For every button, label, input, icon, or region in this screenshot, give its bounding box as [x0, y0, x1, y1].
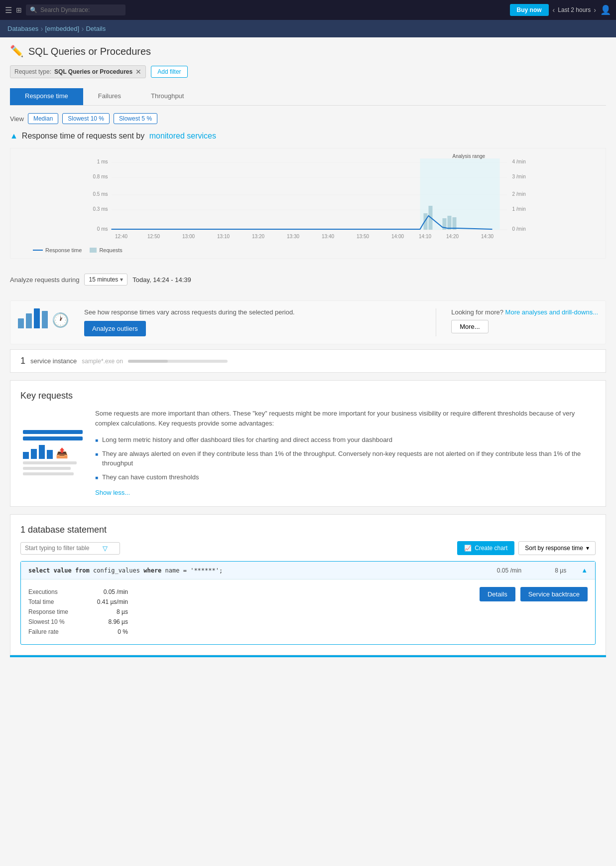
chart-legend: Response time Requests — [33, 247, 601, 253]
key-requests-text: Some requests are more important than ot… — [95, 409, 596, 496]
metric-response-time: Response time 8 µs — [28, 607, 128, 617]
sql-row: select value from config_values where na… — [20, 561, 596, 645]
sort-dropdown-icon: ▾ — [586, 545, 589, 552]
expand-icon[interactable]: ▲ — [581, 567, 588, 574]
toggle-slowest-5[interactable]: Slowest 5 % — [114, 113, 157, 124]
more-button[interactable]: More... — [451, 320, 488, 333]
buy-now-button[interactable]: Buy now — [510, 4, 549, 16]
svg-text:1 ms: 1 ms — [97, 159, 108, 164]
page-icon: ✏️ — [10, 45, 23, 58]
tab-throughput[interactable]: Throughput — [136, 88, 199, 105]
tab-failures[interactable]: Failures — [83, 88, 136, 105]
svg-text:1 /min: 1 /min — [512, 206, 526, 212]
breadcrumb-chevron-2: › — [81, 24, 84, 33]
svg-text:13:00: 13:00 — [182, 234, 195, 239]
svg-text:4 /min: 4 /min — [512, 159, 526, 164]
svg-text:14:10: 14:10 — [419, 234, 431, 239]
outlier-text: See how response times vary across reque… — [84, 308, 421, 336]
more-section: Looking for more? More analyses and dril… — [451, 308, 598, 333]
db-header: 1 database statement — [20, 525, 596, 535]
analyze-bar: Analyze requests during 15 minutes ▾ Tod… — [10, 269, 606, 290]
key-requests-bullets: Long term metric history and offer dashb… — [95, 433, 596, 484]
more-text: Looking for more? More analyses and dril… — [451, 308, 598, 316]
collapse-icon[interactable]: ▲ — [10, 132, 18, 141]
outlier-chart-icon: 🕐 — [18, 308, 69, 328]
main-content: ✏️ SQL Queries or Procedures Request typ… — [0, 37, 616, 665]
svg-text:Analysis range: Analysis range — [453, 153, 486, 159]
page-header: ✏️ SQL Queries or Procedures — [10, 45, 606, 58]
toggle-median[interactable]: Median — [28, 113, 58, 124]
time-range-label: Last 2 hours — [558, 6, 591, 13]
chart-svg: 1 ms 0.8 ms 0.5 ms 0.3 ms 0 ms 4 /min 3 … — [15, 153, 601, 243]
key-requests-bullet-3: They can have custom thresholds — [95, 470, 596, 484]
search-input[interactable] — [40, 6, 110, 13]
chart-container: 1 ms 0.8 ms 0.5 ms 0.3 ms 0 ms 4 /min 3 … — [10, 148, 606, 259]
filter-value: SQL Queries or Procedures — [54, 68, 132, 75]
svg-text:0 ms: 0 ms — [97, 226, 108, 232]
metric-executions: Executions 0.05 /min — [28, 587, 128, 597]
db-toolbar: ▽ 📈 Create chart Sort by response time ▾ — [20, 541, 596, 555]
breadcrumb: Databases › [embedded] › Details — [0, 20, 616, 37]
search-box[interactable]: 🔍 — [26, 4, 125, 15]
svg-text:13:30: 13:30 — [287, 234, 299, 239]
svg-text:3 /min: 3 /min — [512, 174, 526, 179]
svg-text:12:40: 12:40 — [115, 234, 127, 239]
time-range: ‹ Last 2 hours › — [553, 6, 596, 14]
svg-text:13:10: 13:10 — [217, 234, 230, 239]
key-requests-content: 📤 Some requests are more important than … — [20, 409, 596, 496]
key-requests-icon: 📤 — [20, 409, 85, 496]
toggle-slowest-10[interactable]: Slowest 10 % — [62, 113, 110, 124]
svg-text:14:00: 14:00 — [391, 234, 404, 239]
sql-row-header[interactable]: select value from config_values where na… — [21, 562, 595, 579]
show-less-link[interactable]: Show less... — [95, 489, 130, 496]
grid-icon[interactable]: ⊞ — [16, 6, 22, 14]
user-icon[interactable]: 👤 — [600, 4, 611, 15]
sql-rate: 0.05 /min — [487, 567, 521, 574]
sql-table: config_values — [93, 567, 143, 574]
svg-text:13:40: 13:40 — [322, 234, 334, 239]
breadcrumb-embedded[interactable]: [embedded] — [45, 25, 79, 32]
filter-tag: Request type: SQL Queries or Procedures … — [10, 65, 146, 78]
add-filter-button[interactable]: Add filter — [151, 66, 187, 78]
service-instance-bar: 1 service instance sample*.exe on — [10, 349, 606, 373]
svg-text:0.8 ms: 0.8 ms — [93, 174, 108, 179]
hamburger-icon[interactable]: ☰ — [5, 5, 12, 15]
service-backtrace-button[interactable]: Service backtrace — [520, 587, 588, 601]
time-option: 15 minutes — [89, 276, 118, 283]
nav-prev-icon[interactable]: ‹ — [553, 6, 555, 14]
sql-response-time: 8 µs — [531, 567, 566, 574]
sort-by-button[interactable]: Sort by response time ▾ — [518, 541, 596, 555]
progress-bar-fill — [128, 360, 168, 363]
analyze-outliers-button[interactable]: Analyze outliers — [84, 321, 146, 336]
filter-label: Request type: — [14, 68, 51, 75]
filter-bar: Request type: SQL Queries or Procedures … — [10, 65, 606, 78]
page-title: SQL Queries or Procedures — [28, 46, 151, 57]
details-button[interactable]: Details — [480, 587, 515, 601]
time-select[interactable]: 15 minutes ▾ — [84, 274, 127, 286]
create-chart-button[interactable]: 📈 Create chart — [457, 541, 514, 555]
tab-response-time[interactable]: Response time — [10, 88, 83, 105]
sql-stats: 0.05 /min 8 µs ▲ — [487, 567, 588, 574]
section-header-text: Response time of requests sent by monito… — [22, 132, 216, 141]
filter-input-wrap[interactable]: ▽ — [20, 542, 120, 555]
svg-text:14:20: 14:20 — [446, 234, 459, 239]
database-section: 1 database statement ▽ 📈 Create chart So… — [10, 514, 606, 655]
sql-keyword-select: select value from — [28, 567, 90, 574]
filter-input[interactable] — [25, 545, 100, 552]
outlier-description: See how response times vary across reque… — [84, 308, 421, 316]
svg-rect-20 — [448, 216, 452, 230]
date-range: Today, 14:24 - 14:39 — [132, 276, 191, 284]
filter-remove-icon[interactable]: ✕ — [135, 68, 141, 76]
outlier-icon-wrap: 🕐 — [18, 308, 69, 328]
section-header-highlight: monitored services — [149, 132, 216, 140]
metric-total-time: Total time 0.41 µs/min — [28, 597, 128, 607]
view-toggle: View Median Slowest 10 % Slowest 5 % — [10, 113, 606, 124]
breadcrumb-details[interactable]: Details — [86, 25, 106, 32]
nav-next-icon[interactable]: › — [594, 6, 596, 14]
more-analyses-link[interactable]: More analyses and drill-downs... — [505, 308, 598, 316]
svg-text:13:20: 13:20 — [252, 234, 264, 239]
sql-text: select value from config_values where na… — [28, 567, 223, 574]
service-instance-count: 1 — [20, 356, 25, 366]
breadcrumb-databases[interactable]: Databases — [7, 25, 38, 32]
sql-condition: name = '******'; — [165, 567, 223, 574]
